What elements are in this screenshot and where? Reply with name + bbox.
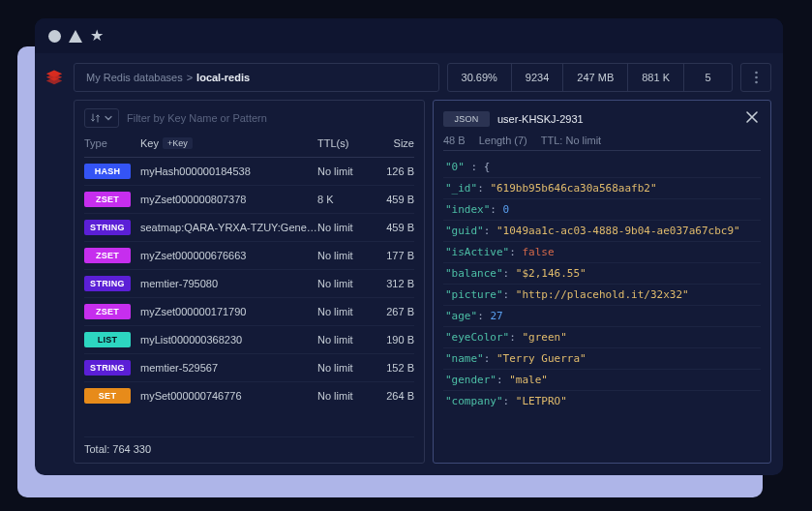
col-key: Key +Key [140,137,317,149]
row-ttl: 8 K [317,194,374,205]
col-key-label: Key [140,137,159,149]
window-dot-icon [48,30,61,43]
col-size: Size [374,137,414,149]
body-row: Type Key +Key TTL(s) Size HASHmyHash0000… [74,100,771,464]
window-star-icon: ★ [90,28,104,44]
row-size: 459 B [374,222,414,233]
close-icon [745,110,759,124]
row-ttl: No limit [317,222,374,233]
json-row: "_id": "619bb95b646ca30a568aafb2" [443,177,761,198]
row-size: 264 B [374,390,414,402]
json-viewer[interactable]: "0" : {"_id": "619bb95b646ca30a568aafb2"… [443,157,761,411]
table-row[interactable]: ZSETmyZset0000008073788 K459 B [84,185,414,213]
json-row: "age": 27 [443,305,761,326]
row-ttl: No limit [317,250,374,261]
sort-icon [91,113,101,123]
detail-header: JSON user-KHSKJ-2931 [443,108,761,129]
row-key: memtier-795080 [140,278,317,289]
row-key: myZset000000676663 [140,250,317,261]
row-size: 152 B [374,362,414,374]
type-tag: STRING [84,276,131,291]
type-tag: ZSET [84,304,131,319]
detail-key-name: user-KHSKJ-2931 [497,113,736,125]
window-title-bar: ★ [35,18,783,53]
detail-size: 48 B [443,135,466,146]
json-row: "0" : { [443,157,761,177]
svg-point-2 [755,81,758,84]
row-size: 190 B [374,334,414,346]
table-row[interactable]: HASHmyHash000000184538No limit126 B [84,157,414,185]
main-area: My Redis databases > local-redis 30.69% … [35,53,783,475]
type-tag: ZSET [84,248,131,263]
row-ttl: No limit [317,334,374,346]
row-key: mySet000000746776 [140,390,317,402]
table-row[interactable]: STRINGmemtier-529567No limit152 B [84,353,414,381]
stats-bar: 30.69% 9234 247 MB 881 K 5 [447,63,733,92]
json-row: "guid": "1049aa1c-ac03-4888-9b04-ae037a6… [443,220,761,241]
json-row: "name": "Terry Guerra" [443,347,761,369]
json-row: "eyeColor": "green" [443,326,761,347]
detail-ttl: TTL: No limit [541,135,601,146]
stat-keys: 881 K [627,64,683,91]
stat-s1: 9234 [511,64,562,91]
close-detail-button[interactable] [743,108,761,129]
row-ttl: No limit [317,165,374,177]
row-key: myZset000000807378 [140,194,317,205]
json-row: "isActive": false [443,241,761,262]
kebab-menu-button[interactable] [740,63,771,92]
row-ttl: No limit [317,278,374,289]
row-size: 267 B [374,306,414,317]
chevron-down-icon [105,114,112,122]
type-tag: ZSET [84,192,131,207]
redis-logo-icon [44,65,65,86]
table-body: HASHmyHash000000184538No limit126 BZSETm… [84,153,414,433]
row-size: 126 B [374,165,414,177]
breadcrumb-current: local-redis [196,72,250,83]
table-row[interactable]: ZSETmyZset000000171790No limit267 B [84,297,414,325]
filter-row [84,108,414,128]
breadcrumb[interactable]: My Redis databases > local-redis [74,63,439,92]
detail-type-tag: JSON [443,111,490,127]
stat-size: 247 MB [562,64,627,91]
json-row: "gender": "male" [443,369,761,390]
content-area: My Redis databases > local-redis 30.69% … [74,53,783,475]
add-key-button[interactable]: +Key [163,137,193,149]
col-ttl: TTL(s) [317,137,374,149]
key-detail-panel: JSON user-KHSKJ-2931 48 B Length (7) TTL… [433,100,771,464]
stat-percent: 30.69% [448,64,511,91]
table-row[interactable]: LISTmyList000000368230No limit190 B [84,325,414,353]
filter-input[interactable] [127,112,414,124]
svg-point-1 [755,76,758,79]
top-row: My Redis databases > local-redis 30.69% … [74,63,771,92]
detail-divider [443,150,761,151]
breadcrumb-root: My Redis databases [86,72,183,83]
row-key: myZset000000171790 [140,306,317,317]
type-tag: LIST [84,332,131,347]
kebab-icon [755,71,758,84]
type-tag: STRING [84,220,131,235]
json-row: "balance": "$2,146.55" [443,262,761,284]
type-tag: STRING [84,360,131,376]
type-tag: HASH [84,164,131,179]
json-row: "picture": "http://placehold.it/32x32" [443,284,761,305]
row-key: myHash000000184538 [140,165,317,177]
table-header: Type Key +Key TTL(s) Size [84,134,414,153]
row-key: myList000000368230 [140,334,317,346]
row-size: 312 B [374,278,414,289]
row-key: seatmap:QARA-YRXA-TZUY:General:UF [140,222,317,233]
total-footer: Total: 764 330 [84,436,414,455]
table-row[interactable]: STRINGseatmap:QARA-YRXA-TZUY:General:UFN… [84,213,414,241]
row-ttl: No limit [317,390,374,402]
json-row: "index": 0 [443,198,761,220]
sort-button[interactable] [84,108,119,128]
table-row[interactable]: ZSETmyZset000000676663No limit177 B [84,241,414,269]
stat-extra: 5 [683,64,732,91]
type-tag: SET [84,388,131,404]
key-browser-panel: Type Key +Key TTL(s) Size HASHmyHash0000… [74,100,425,464]
detail-length: Length (7) [479,135,527,146]
detail-subheader: 48 B Length (7) TTL: No limit [443,135,761,146]
table-row[interactable]: SETmySet000000746776No limit264 B [84,381,414,409]
row-ttl: No limit [317,362,374,374]
row-key: memtier-529567 [140,362,317,374]
table-row[interactable]: STRINGmemtier-795080No limit312 B [84,269,414,297]
